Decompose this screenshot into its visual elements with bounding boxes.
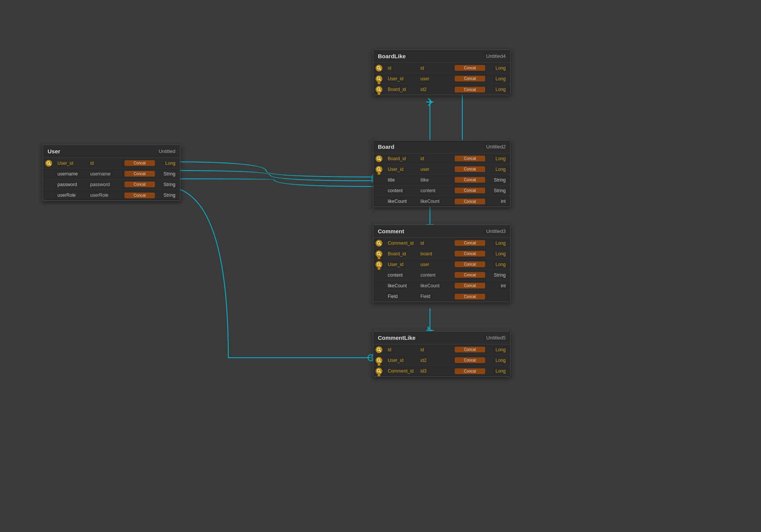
col-name: content	[386, 272, 420, 278]
table-row[interactable]: Field Field Concat	[373, 291, 510, 302]
col-name: likeCount	[386, 283, 420, 288]
col-alias: id	[420, 241, 455, 246]
col-alias: board	[420, 251, 455, 256]
table-row[interactable]: password password Concat String	[43, 179, 180, 190]
table-row[interactable]: User_id user Concat Long	[373, 164, 510, 175]
col-name: User_id	[386, 358, 420, 363]
table-comment-title: Comment	[378, 228, 404, 234]
table-board-subtitle: Untitled2	[486, 144, 506, 150]
svg-point-53	[377, 370, 380, 372]
svg-point-31	[377, 66, 380, 69]
col-dtype: Concat	[455, 188, 485, 193]
svg-line-38	[380, 90, 381, 92]
col-alias: user	[420, 76, 455, 81]
col-alias: titke	[420, 177, 455, 183]
fk-icon	[376, 261, 382, 268]
table-user-header: User Untitled	[43, 145, 180, 158]
col-name: Field	[386, 294, 420, 299]
table-row[interactable]: likeCount likeCount Concat int	[373, 196, 510, 207]
col-alias: likeCount	[420, 199, 455, 204]
table-row[interactable]: User_id user Concat Long	[373, 259, 510, 270]
table-row[interactable]: User_id user Concat Long	[373, 73, 510, 84]
table-row[interactable]: User_id id2 Concat Long	[373, 355, 510, 366]
col-type: Long	[155, 161, 178, 166]
svg-point-39	[377, 241, 380, 244]
col-type: Long	[485, 76, 508, 81]
svg-point-37	[377, 88, 380, 91]
table-row[interactable]: id id Concat Long	[373, 344, 510, 355]
col-dtype: Concat	[124, 160, 155, 166]
col-name: User_id	[386, 167, 420, 172]
pk-icon	[376, 240, 382, 247]
table-row[interactable]: content content Concat String	[373, 185, 510, 196]
table-row[interactable]: username username Concat String	[43, 169, 180, 179]
col-name: id	[386, 347, 420, 352]
col-type: String	[485, 177, 508, 183]
table-board-header: Board Untitled2	[373, 140, 510, 153]
table-row[interactable]: Board_id board Concat Long	[373, 248, 510, 259]
svg-point-51	[377, 358, 380, 361]
col-dtype: Concat	[455, 251, 485, 256]
table-user[interactable]: User Untitled User_id id Concat Long use…	[43, 145, 180, 201]
col-name: Board_id	[386, 156, 420, 161]
svg-point-35	[377, 77, 380, 80]
table-commentlike-title: CommentLike	[378, 334, 416, 341]
table-row[interactable]: Board_id id2 Concat Long	[373, 84, 510, 95]
table-commentlike-header: CommentLike Untitled5	[373, 331, 510, 344]
table-row[interactable]: Board_id id Concat Long	[373, 153, 510, 164]
col-type: Long	[485, 167, 508, 172]
col-name: username	[56, 171, 90, 177]
table-comment[interactable]: Comment Untitled3 Comment_id id Concat L…	[373, 225, 511, 302]
col-dtype: Concat	[455, 283, 485, 288]
fk-icon	[376, 357, 382, 364]
table-row[interactable]: title titke Concat String	[373, 175, 510, 185]
table-row[interactable]: likeCount likeCount Concat int	[373, 280, 510, 291]
col-dtype: Concat	[455, 65, 485, 71]
col-name: userRole	[56, 193, 90, 198]
col-type: Long	[485, 368, 508, 374]
col-dtype: Concat	[455, 76, 485, 81]
col-dtype: Concat	[455, 272, 485, 278]
col-type: Long	[485, 358, 508, 363]
col-name: title	[386, 177, 420, 183]
svg-point-29	[377, 167, 380, 170]
svg-point-43	[377, 252, 380, 255]
svg-line-44	[380, 254, 381, 256]
col-alias: Field	[420, 294, 455, 299]
table-row[interactable]: id id Concat Long	[373, 63, 510, 73]
table-commentlike[interactable]: CommentLike Untitled5 id id Concat Long …	[373, 331, 511, 377]
table-row[interactable]: Comment_id id Concat Long	[373, 238, 510, 248]
table-row[interactable]: Comment_id id3 Concat Long	[373, 366, 510, 376]
col-alias: user	[420, 167, 455, 172]
table-boardlike[interactable]: BoardLike Untitled4 id id Concat Long Us…	[373, 49, 511, 95]
table-row[interactable]: content content Concat String	[373, 270, 510, 280]
col-type: Long	[485, 156, 508, 161]
fk-icon	[376, 250, 382, 257]
col-dtype: Concat	[455, 199, 485, 204]
svg-line-52	[380, 361, 381, 362]
col-dtype: Concat	[455, 357, 485, 363]
table-board[interactable]: Board Untitled2 Board_id id Concat Long …	[373, 140, 511, 207]
col-dtype: Concat	[455, 177, 485, 183]
svg-point-47	[377, 348, 380, 350]
col-type: Long	[485, 65, 508, 71]
table-commentlike-subtitle: Untitled5	[486, 335, 506, 341]
table-boardlike-header: BoardLike Untitled4	[373, 50, 510, 63]
table-boardlike-title: BoardLike	[378, 53, 406, 59]
svg-line-2	[428, 102, 432, 106]
svg-line-30	[380, 170, 381, 171]
svg-point-45	[377, 263, 380, 265]
table-row[interactable]: userRole userRole Concat String	[43, 190, 180, 201]
col-alias: id	[420, 347, 455, 352]
col-type: Long	[485, 251, 508, 256]
col-dtype: Concat	[455, 87, 485, 92]
table-row[interactable]: User_id id Concat Long	[43, 158, 180, 169]
table-comment-header: Comment Untitled3	[373, 225, 510, 238]
col-name: id	[386, 65, 420, 71]
col-name: Comment_id	[386, 368, 420, 374]
col-alias: id2	[420, 358, 455, 363]
svg-line-46	[380, 265, 381, 266]
col-alias: user	[420, 262, 455, 267]
col-dtype: Concat	[455, 156, 485, 161]
col-alias: likeCount	[420, 283, 455, 288]
